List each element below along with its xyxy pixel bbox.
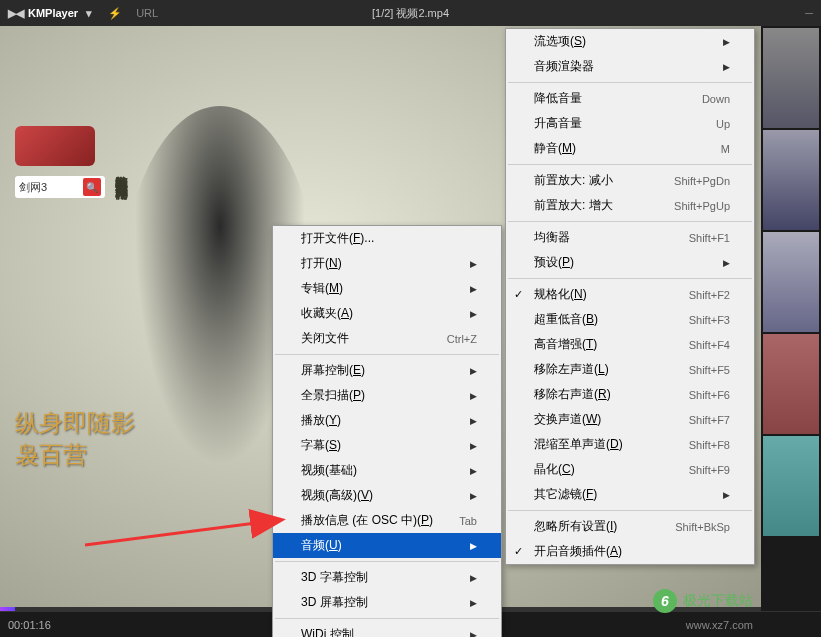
menu-item-label: 播放(Y): [301, 412, 341, 429]
check-icon: ✓: [514, 545, 523, 558]
menu-item[interactable]: 静音(M)M: [506, 136, 754, 161]
menu-item-label: 流选项(S): [534, 33, 586, 50]
playlist-thumb[interactable]: [763, 130, 819, 230]
menu-item[interactable]: 预设(P)▶: [506, 250, 754, 275]
menu-item[interactable]: 音频(U)▶: [273, 533, 501, 558]
logo-text: KMPlayer: [28, 7, 78, 19]
menu-item[interactable]: 混缩至单声道(D)Shift+F8: [506, 432, 754, 457]
submenu-arrow-icon: ▶: [470, 491, 477, 501]
menu-item[interactable]: 晶化(C)Shift+F9: [506, 457, 754, 482]
menu-item[interactable]: 高音增强(T)Shift+F4: [506, 332, 754, 357]
menu-item[interactable]: ✓开启音频插件(A): [506, 539, 754, 564]
menu-item[interactable]: 升高音量Up: [506, 111, 754, 136]
playlist-thumb[interactable]: [763, 28, 819, 128]
menu-item[interactable]: 打开文件(F)...: [273, 226, 501, 251]
menu-item[interactable]: WiDi 控制▶: [273, 622, 501, 637]
menu-shortcut: Shift+BkSp: [675, 521, 730, 533]
menu-item[interactable]: 全景扫描(P)▶: [273, 383, 501, 408]
menu-item[interactable]: ✓规格化(N)Shift+F2: [506, 282, 754, 307]
watermark: 6 极光下载站: [653, 589, 753, 613]
menu-item[interactable]: 忽略所有设置(I)Shift+BkSp: [506, 514, 754, 539]
menu-item[interactable]: 前置放大: 增大Shift+PgUp: [506, 193, 754, 218]
watermark-text: 极光下载站: [683, 592, 753, 610]
menu-item-label: 移除左声道(L): [534, 361, 609, 378]
menu-item[interactable]: 音频渲染器▶: [506, 54, 754, 79]
playlist-thumb[interactable]: [763, 232, 819, 332]
menu-shortcut: Shift+PgUp: [674, 200, 730, 212]
menu-item-label: 3D 屏幕控制: [301, 594, 368, 611]
submenu-arrow-icon: ▶: [723, 37, 730, 47]
menu-shortcut: Shift+F3: [689, 314, 730, 326]
progress-fill: [0, 607, 15, 611]
menu-item[interactable]: 交换声道(W)Shift+F7: [506, 407, 754, 432]
menu-separator: [275, 561, 499, 562]
submenu-arrow-icon: ▶: [470, 309, 477, 319]
menu-item[interactable]: 均衡器Shift+F1: [506, 225, 754, 250]
menu-shortcut: Down: [702, 93, 730, 105]
menu-shortcut: Shift+F4: [689, 339, 730, 351]
menu-item-label: WiDi 控制: [301, 626, 354, 637]
menu-item[interactable]: 超重低音(B)Shift+F3: [506, 307, 754, 332]
menu-item[interactable]: 视频(高级)(V)▶: [273, 483, 501, 508]
window-controls: ─: [805, 7, 813, 19]
submenu-arrow-icon: ▶: [723, 490, 730, 500]
submenu-arrow-icon: ▶: [470, 466, 477, 476]
submenu-arrow-icon: ▶: [470, 366, 477, 376]
menu-item-label: 晶化(C): [534, 461, 575, 478]
context-menu-audio: 流选项(S)▶音频渲染器▶降低音量Down升高音量Up静音(M)M前置放大: 减…: [505, 28, 755, 565]
menu-item[interactable]: 移除右声道(R)Shift+F6: [506, 382, 754, 407]
app-logo[interactable]: ▶◀ KMPlayer ▾: [8, 7, 92, 20]
context-menu-main: 打开文件(F)...打开(N)▶专辑(M)▶收藏夹(A)▶关闭文件Ctrl+Z屏…: [272, 225, 502, 637]
menu-item-label: 专辑(M): [301, 280, 343, 297]
menu-separator: [275, 618, 499, 619]
menu-item[interactable]: 播放信息 (在 OSC 中)(P)Tab: [273, 508, 501, 533]
menu-item[interactable]: 降低音量Down: [506, 86, 754, 111]
menu-item[interactable]: 移除左声道(L)Shift+F5: [506, 357, 754, 382]
menu-item-label: 屏幕控制(E): [301, 362, 365, 379]
menu-item[interactable]: 3D 字幕控制▶: [273, 565, 501, 590]
menu-item-label: 3D 字幕控制: [301, 569, 368, 586]
menu-item-label: 超重低音(B): [534, 311, 598, 328]
menu-shortcut: Shift+F8: [689, 439, 730, 451]
menu-item[interactable]: 流选项(S)▶: [506, 29, 754, 54]
menu-item[interactable]: 3D 屏幕控制▶: [273, 590, 501, 615]
menu-item-label: 交换声道(W): [534, 411, 601, 428]
menu-item[interactable]: 屏幕控制(E)▶: [273, 358, 501, 383]
menu-item[interactable]: 收藏夹(A)▶: [273, 301, 501, 326]
submenu-arrow-icon: ▶: [723, 62, 730, 72]
playlist-sidebar: [761, 26, 821, 611]
menu-shortcut: Shift+PgDn: [674, 175, 730, 187]
menu-shortcut: Shift+F2: [689, 289, 730, 301]
menu-item-label: 视频(高级)(V): [301, 487, 373, 504]
menu-shortcut: Shift+F7: [689, 414, 730, 426]
menu-item[interactable]: 其它滤镜(F)▶: [506, 482, 754, 507]
chevron-down-icon[interactable]: ▾: [86, 7, 92, 20]
menu-item[interactable]: 专辑(M)▶: [273, 276, 501, 301]
menu-item-label: 升高音量: [534, 115, 582, 132]
menu-item-label: 字幕(S): [301, 437, 341, 454]
menu-item-label: 混缩至单声道(D): [534, 436, 623, 453]
playlist-thumb[interactable]: [763, 334, 819, 434]
watermark-url: www.xz7.com: [686, 619, 753, 631]
playlist-thumb[interactable]: [763, 436, 819, 536]
menu-item[interactable]: 播放(Y)▶: [273, 408, 501, 433]
url-button[interactable]: URL: [136, 7, 158, 19]
submenu-arrow-icon: ▶: [470, 573, 477, 583]
submenu-arrow-icon: ▶: [470, 416, 477, 426]
menu-item[interactable]: 字幕(S)▶: [273, 433, 501, 458]
watermark-icon: 6: [653, 589, 677, 613]
current-time: 00:01:16: [8, 619, 51, 631]
menu-item[interactable]: 关闭文件Ctrl+Z: [273, 326, 501, 351]
menu-item[interactable]: 视频(基础)▶: [273, 458, 501, 483]
menu-item-label: 开启音频插件(A): [534, 543, 622, 560]
menu-separator: [508, 164, 752, 165]
minimize-button[interactable]: ─: [805, 7, 813, 19]
menu-item[interactable]: 打开(N)▶: [273, 251, 501, 276]
menu-separator: [508, 278, 752, 279]
menu-item[interactable]: 前置放大: 减小Shift+PgDn: [506, 168, 754, 193]
menu-separator: [275, 354, 499, 355]
lightning-icon[interactable]: ⚡: [108, 7, 122, 20]
menu-item-label: 忽略所有设置(I): [534, 518, 617, 535]
menu-item-label: 全景扫描(P): [301, 387, 365, 404]
submenu-arrow-icon: ▶: [470, 630, 477, 638]
